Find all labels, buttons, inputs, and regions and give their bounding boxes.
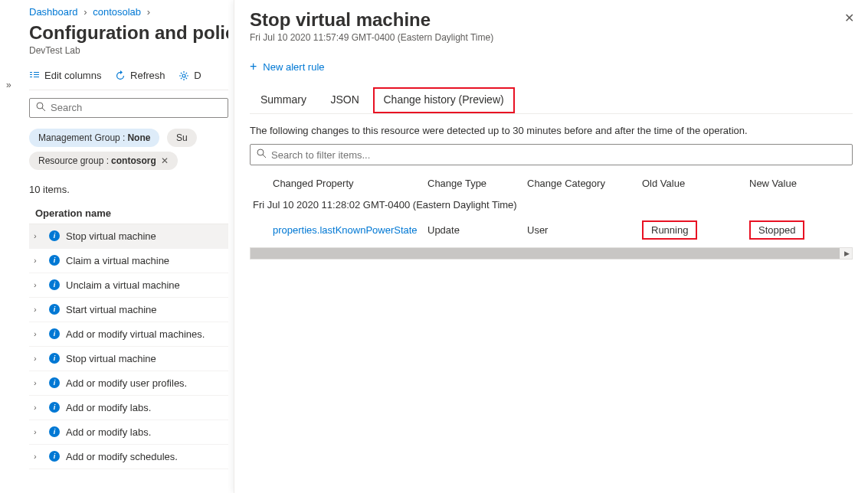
svg-point-9 <box>257 149 264 155</box>
gear-icon <box>179 70 189 81</box>
info-icon: i <box>49 255 60 266</box>
pill-value: None <box>127 132 150 143</box>
new-alert-button[interactable]: + New alert rule <box>250 60 325 73</box>
th-old-value[interactable]: Old Value <box>642 178 749 189</box>
svg-rect-0 <box>30 72 32 73</box>
info-icon: i <box>49 328 60 339</box>
change-history-note: The following changes to this resource w… <box>250 125 853 136</box>
refresh-label: Refresh <box>130 70 165 81</box>
chevron-right-icon: › <box>34 378 43 387</box>
svg-line-8 <box>42 108 45 111</box>
operation-row[interactable]: ›iAdd or modify user profiles. <box>29 371 228 396</box>
chevron-right-icon: › <box>34 354 43 363</box>
toolbar-more-label: D <box>194 70 201 81</box>
filter-subscription[interactable]: Su <box>167 129 197 147</box>
expand-toggle-icon[interactable]: » <box>6 80 11 90</box>
new-alert-label: New alert rule <box>263 61 324 73</box>
info-icon: i <box>49 230 60 241</box>
panel-tabs: Summary JSON Change history (Preview) <box>250 87 853 114</box>
pill-label: Management Group : <box>38 132 125 143</box>
page-subtitle: DevTest Lab <box>29 45 228 56</box>
page-title: Configuration and policies <box>29 22 228 44</box>
search-input-container[interactable] <box>29 98 228 118</box>
close-button[interactable]: ✕ <box>844 11 854 25</box>
tab-json[interactable]: JSON <box>320 87 370 113</box>
cell-type: Update <box>427 224 527 236</box>
chevron-right-icon: › <box>34 280 43 289</box>
svg-line-10 <box>263 155 266 158</box>
cell-category: User <box>527 224 642 236</box>
search-icon <box>36 102 46 114</box>
operation-name: Add or modify virtual machines. <box>66 328 205 340</box>
edit-columns-button[interactable]: Edit columns <box>29 70 101 81</box>
operation-name: Add or modify user profiles. <box>66 377 187 389</box>
operation-row[interactable]: ›iStart virtual machine <box>29 298 228 322</box>
th-new-value[interactable]: New Value <box>749 178 849 189</box>
panel-title: Stop virtual machine <box>250 9 853 31</box>
operation-row[interactable]: ›iStop virtual machine <box>29 224 228 249</box>
property-link[interactable]: properties.lastKnownPowerState <box>273 224 418 236</box>
svg-rect-1 <box>30 74 32 75</box>
th-category[interactable]: Change Category <box>527 178 642 189</box>
operation-row[interactable]: ›iClaim a virtual machine <box>29 249 228 273</box>
detail-panel: ✕ Stop virtual machine Fri Jul 10 2020 1… <box>234 0 868 493</box>
svg-rect-2 <box>30 77 32 77</box>
new-value: Stopped <box>749 220 804 240</box>
chevron-right-icon: › <box>34 452 43 461</box>
table-row[interactable]: properties.lastKnownPowerState Update Us… <box>250 216 853 244</box>
info-icon: i <box>49 377 60 388</box>
item-count: 10 items. <box>29 184 228 195</box>
operation-row[interactable]: ›iAdd or modify labs. <box>29 396 228 420</box>
breadcrumb: Dashboard › contosolab › <box>29 6 228 18</box>
operation-row[interactable]: ›iAdd or modify labs. <box>29 420 228 445</box>
toolbar-more-button[interactable]: D <box>179 70 201 81</box>
breadcrumb-dashboard[interactable]: Dashboard <box>29 6 78 18</box>
operation-list: ›iStop virtual machine›iClaim a virtual … <box>29 224 228 469</box>
panel-subtitle: Fri Jul 10 2020 11:57:49 GMT-0400 (Easte… <box>250 32 853 43</box>
operation-row[interactable]: ›iAdd or modify schedules. <box>29 445 228 469</box>
th-property[interactable]: Changed Property <box>250 178 427 189</box>
refresh-button[interactable]: Refresh <box>115 70 165 81</box>
filter-input[interactable] <box>271 149 846 161</box>
scrollbar-thumb[interactable] <box>251 248 840 259</box>
operation-name: Unclaim a virtual machine <box>66 279 180 291</box>
filter-management-group[interactable]: Management Group : None <box>29 129 159 147</box>
chevron-right-icon: › <box>34 256 43 265</box>
chevron-right-icon: › <box>34 403 43 412</box>
operation-row[interactable]: ›iUnclaim a virtual machine <box>29 273 228 298</box>
svg-rect-4 <box>34 74 39 75</box>
svg-point-6 <box>182 74 185 77</box>
horizontal-scrollbar[interactable]: ◀ ▶ <box>250 247 853 260</box>
chevron-right-icon: › <box>34 231 43 240</box>
svg-rect-5 <box>34 77 39 77</box>
breadcrumb-lab[interactable]: contosolab <box>93 6 141 18</box>
column-header[interactable]: Operation name <box>29 203 228 224</box>
info-icon: i <box>49 426 60 437</box>
operation-row[interactable]: ›iStop virtual machine <box>29 347 228 371</box>
operation-row[interactable]: ›iAdd or modify virtual machines. <box>29 322 228 347</box>
operation-name: Start virtual machine <box>66 304 157 315</box>
search-input[interactable] <box>51 102 221 113</box>
chevron-right-icon: › <box>34 329 43 338</box>
th-type[interactable]: Change Type <box>427 178 527 189</box>
tab-change-history[interactable]: Change history (Preview) <box>373 87 515 113</box>
tab-summary[interactable]: Summary <box>250 87 317 113</box>
chevron-right-icon: › <box>34 305 43 314</box>
search-icon <box>257 149 267 161</box>
toolbar: Edit columns Refresh D <box>29 70 228 90</box>
info-icon: i <box>49 304 60 315</box>
svg-rect-3 <box>34 72 39 73</box>
close-icon[interactable]: ✕ <box>161 155 169 166</box>
filter-input-container[interactable] <box>250 144 853 165</box>
refresh-icon <box>115 70 126 81</box>
old-value: Running <box>642 220 697 240</box>
operation-name: Stop virtual machine <box>66 230 156 242</box>
filter-resource-group[interactable]: Resource group : contosorg ✕ <box>29 152 178 170</box>
table-header: Changed Property Change Type Change Cate… <box>250 173 853 194</box>
filter-pills: Management Group : None Su Resource grou… <box>29 129 228 175</box>
scroll-right-icon[interactable]: ▶ <box>841 248 852 259</box>
plus-icon: + <box>250 60 257 73</box>
chevron-right-icon: › <box>147 6 150 18</box>
pill-label: Su <box>176 132 188 143</box>
info-icon: i <box>49 402 60 413</box>
